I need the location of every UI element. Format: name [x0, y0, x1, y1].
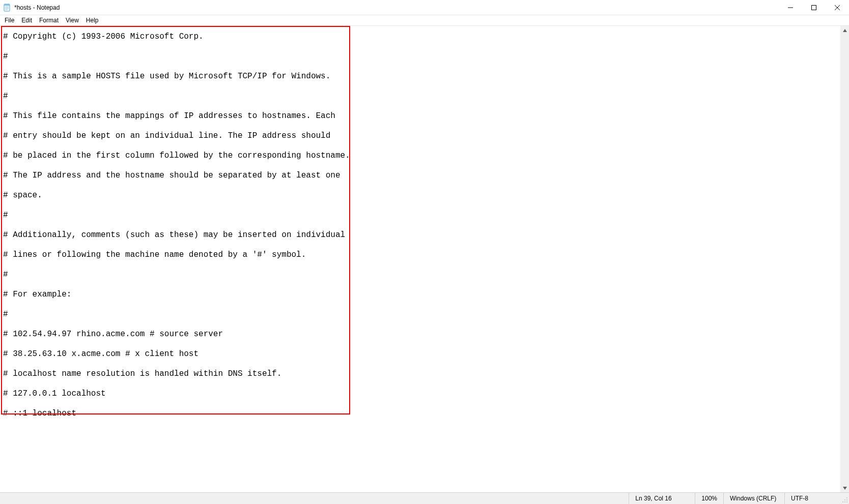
menu-format[interactable]: Format	[36, 16, 62, 25]
menu-help[interactable]: Help	[82, 16, 102, 25]
editor-wrapper: # Copyright (c) 1993-2006 Microsoft Corp…	[0, 26, 849, 492]
notepad-icon	[3, 4, 11, 12]
svg-point-15	[842, 501, 843, 502]
svg-point-14	[846, 499, 847, 500]
menu-edit[interactable]: Edit	[18, 16, 36, 25]
status-bar: Ln 39, Col 16 100% Windows (CRLF) UTF-8	[0, 492, 849, 504]
svg-point-13	[844, 499, 845, 500]
resize-grip-icon[interactable]	[840, 493, 849, 504]
scroll-up-icon[interactable]	[840, 26, 849, 35]
vertical-scrollbar[interactable]	[840, 26, 849, 492]
status-zoom: 100%	[695, 493, 723, 504]
status-line-ending: Windows (CRLF)	[723, 493, 784, 504]
window-title: *hosts - Notepad	[14, 4, 60, 11]
text-editor[interactable]: # Copyright (c) 1993-2006 Microsoft Corp…	[0, 26, 840, 492]
status-encoding: UTF-8	[784, 493, 840, 504]
minimize-button[interactable]	[779, 0, 802, 15]
close-button[interactable]	[826, 0, 849, 15]
menu-view[interactable]: View	[62, 16, 82, 25]
svg-marker-11	[843, 487, 847, 490]
svg-rect-1	[4, 4, 10, 6]
title-bar: *hosts - Notepad	[0, 0, 849, 15]
menu-bar: File Edit Format View Help	[0, 15, 849, 26]
title-left: *hosts - Notepad	[0, 4, 60, 12]
menu-file[interactable]: File	[1, 16, 18, 25]
scroll-down-icon[interactable]	[840, 484, 849, 492]
svg-point-16	[844, 501, 845, 502]
svg-point-17	[846, 501, 847, 502]
window-controls	[779, 0, 849, 15]
svg-marker-10	[843, 29, 847, 32]
status-position: Ln 39, Col 16	[629, 493, 695, 504]
svg-rect-7	[812, 5, 816, 10]
svg-point-12	[846, 497, 847, 498]
maximize-button[interactable]	[802, 0, 826, 15]
